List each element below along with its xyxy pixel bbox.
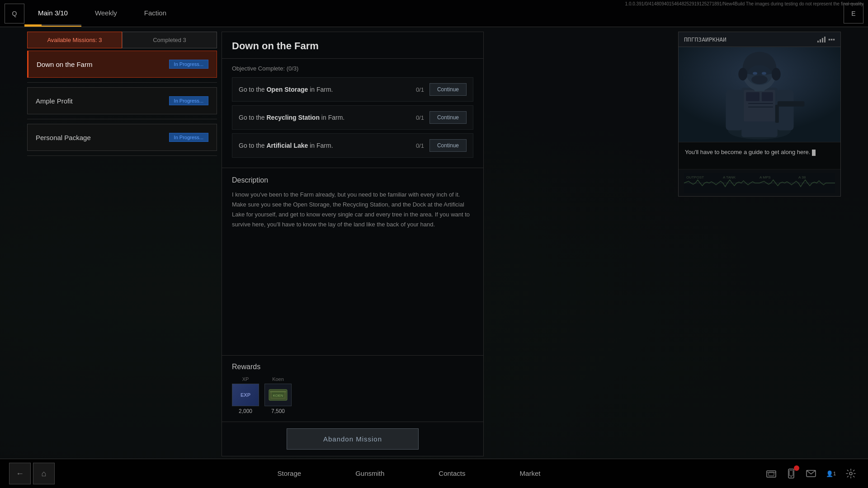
- mission-item-ample-profit[interactable]: Ample Profit In Progress...: [27, 87, 217, 114]
- rewards-items: XP EXP 2,000 Koen KOEN: [232, 376, 473, 414]
- svg-rect-15: [777, 90, 794, 130]
- char-dialog-text: You'll have to become a guide to get alo…: [685, 149, 816, 155]
- nav-gunsmith[interactable]: Gunsmith: [328, 459, 411, 488]
- reward-koen-icon: KOEN: [264, 384, 292, 406]
- description-text: I know you've been to the Farm already, …: [232, 190, 473, 230]
- abandon-mission-button[interactable]: Abandon Mission: [287, 428, 419, 450]
- missions-list: Down on the Farm In Progress... Ample Pr…: [27, 51, 217, 160]
- reward-xp: XP EXP 2,000: [232, 376, 259, 414]
- svg-rect-24: [778, 101, 805, 107]
- signal-bar-2: [820, 39, 821, 42]
- reward-xp-inner: EXP: [232, 384, 259, 406]
- svg-point-19: [772, 68, 781, 80]
- svg-rect-32: [767, 471, 776, 477]
- stash-icon[interactable]: [763, 465, 779, 482]
- mission-item-personal-package[interactable]: Personal Package In Progress...: [27, 124, 217, 151]
- tab-faction[interactable]: Faction: [131, 0, 180, 27]
- battery-icon: ▪▪▪: [828, 36, 835, 43]
- reward-koen: Koen KOEN 7,500: [264, 376, 292, 414]
- svg-text:OUTPOST: OUTPOST: [686, 175, 704, 179]
- objective-right-0: 0/1 Continue: [416, 83, 467, 96]
- debug-text: 1.0.0.391/0/4148094015464825291912527189…: [625, 1, 863, 6]
- audio-waveform: OUTPOST A TANK A MPS A 38: [684, 173, 835, 193]
- signal-bars: [817, 37, 826, 42]
- objective-item-1: Go to the Recycling Station in Farm. 0/1…: [232, 105, 473, 130]
- tab-progress-fill: [24, 24, 42, 26]
- back-button[interactable]: ←: [9, 463, 31, 484]
- mission-title: Down on the Farm: [232, 40, 473, 52]
- mission-item-down-on-the-farm[interactable]: Down on the Farm In Progress...: [27, 51, 217, 78]
- continue-btn-2[interactable]: Continue: [429, 139, 467, 152]
- mission-list-panel: Available Missions: 3 Completed 3 Down o…: [27, 32, 217, 160]
- rewards-section: Rewards XP EXP 2,000 Koen KOEN: [222, 355, 483, 422]
- reward-koen-value: 7,500: [271, 408, 285, 414]
- nav-contacts[interactable]: Contacts: [411, 459, 492, 488]
- status-badge-mission-0: In Progress...: [169, 60, 208, 69]
- settings-icon[interactable]: [843, 465, 859, 482]
- objective-count-1: 0/1: [416, 114, 424, 121]
- mission-detail-header: Down on the Farm: [222, 32, 483, 59]
- svg-point-39: [849, 472, 852, 475]
- objective-text-1: Go to the Recycling Station in Farm.: [239, 114, 344, 121]
- reward-xp-value: 2,000: [239, 408, 252, 414]
- top-bar: Q Main 3/10 Weekly Faction E 1.0.0.391/0…: [0, 0, 868, 27]
- svg-text:A TANK: A TANK: [723, 175, 736, 179]
- rewards-title: Rewards: [232, 363, 473, 371]
- status-badge-mission-2: In Progress...: [169, 133, 208, 142]
- tab-completed-missions[interactable]: Completed 3: [122, 32, 217, 48]
- char-portrait-svg: [679, 47, 840, 142]
- char-dialog-box: You'll have to become a guide to get alo…: [679, 142, 840, 169]
- home-button[interactable]: ⌂: [33, 463, 55, 484]
- tab-available-missions[interactable]: Available Missions: 3: [27, 32, 122, 48]
- svg-rect-4: [270, 391, 286, 392]
- mission-divider-1: [27, 82, 217, 83]
- char-panel-title: ППГПЗАИРКНАИ: [684, 36, 726, 43]
- char-panel-icons: ▪▪▪: [817, 36, 835, 43]
- tab-weekly[interactable]: Weekly: [81, 0, 131, 27]
- svg-rect-14: [726, 90, 743, 130]
- objectives-section: Objective Complete: (0/3) Go to the Open…: [222, 59, 483, 168]
- friends-icon[interactable]: 👤 1: [823, 465, 839, 482]
- nav-storage[interactable]: Storage: [250, 459, 329, 488]
- e-shortcut[interactable]: E: [844, 4, 863, 23]
- bottom-nav-left: ← ⌂: [0, 463, 64, 484]
- q-shortcut[interactable]: Q: [5, 4, 24, 23]
- mail-icon[interactable]: [803, 465, 819, 482]
- continue-btn-1[interactable]: Continue: [429, 111, 467, 124]
- character-panel: ППГПЗАИРКНАИ ▪▪▪: [678, 32, 841, 197]
- audio-visualizer: OUTPOST A TANK A MPS A 38: [679, 169, 840, 196]
- char-communication-panel: ППГПЗАИРКНАИ ▪▪▪: [678, 32, 841, 197]
- tab-main[interactable]: Main 3/10: [24, 0, 81, 27]
- objective-right-2: 0/1 Continue: [416, 139, 467, 152]
- continue-btn-0[interactable]: Continue: [429, 83, 467, 96]
- svg-rect-25: [775, 105, 779, 123]
- description-section: Description I know you've been to the Fa…: [222, 168, 483, 355]
- description-title: Description: [232, 176, 473, 184]
- signal-bar-3: [822, 38, 823, 42]
- objectives-label: Objective Complete: (0/3): [232, 65, 473, 72]
- svg-point-21: [753, 72, 757, 75]
- objective-count-2: 0/1: [416, 142, 424, 149]
- tab-progress-bar: [24, 24, 81, 26]
- svg-point-37: [791, 476, 792, 477]
- reward-xp-icon: EXP: [232, 384, 259, 406]
- reward-koen-label: Koen: [272, 376, 284, 382]
- bottom-nav-center: Storage Gunsmith Contacts Market: [64, 459, 754, 488]
- objective-item-2: Go to the Artificial Lake in Farm. 0/1 C…: [232, 133, 473, 158]
- phone-notification-badge: [794, 465, 799, 471]
- status-badge-mission-1: In Progress...: [169, 96, 208, 105]
- svg-point-18: [738, 68, 747, 80]
- phone-icon[interactable]: [783, 465, 799, 482]
- objective-text-2: Go to the Artificial Lake in Farm.: [239, 142, 333, 149]
- reward-xp-label: XP: [242, 376, 249, 382]
- svg-text:A 38: A 38: [798, 175, 806, 179]
- bottom-navigation-bar: ← ⌂ Storage Gunsmith Contacts Market: [0, 459, 868, 488]
- svg-rect-11: [762, 92, 773, 101]
- nav-market[interactable]: Market: [493, 459, 568, 488]
- char-portrait: [679, 47, 840, 142]
- abandon-mission-container: Abandon Mission: [222, 422, 483, 456]
- dialog-cursor: [812, 150, 816, 156]
- bottom-nav-right: 👤 1: [754, 465, 868, 482]
- signal-bar-1: [817, 41, 819, 42]
- mission-divider-3: [27, 155, 217, 156]
